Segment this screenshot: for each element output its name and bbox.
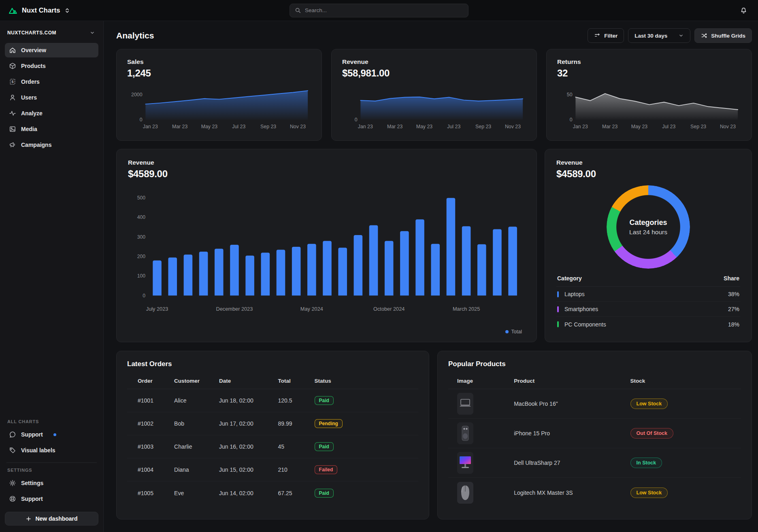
- sidebar-item-analyze[interactable]: Analyze: [5, 106, 98, 121]
- sidebar-item-visual-labels[interactable]: Visual labels: [5, 443, 98, 458]
- sidebar-item-overview[interactable]: Overview: [5, 43, 98, 57]
- category-row[interactable]: PC Components 18%: [556, 317, 740, 332]
- returns-area-chart[interactable]: 500Jan 23Mar 23May 23Jul 23Sep 23Nov 23: [557, 85, 741, 130]
- search-bar[interactable]: [290, 4, 468, 17]
- svg-text:0: 0: [355, 117, 358, 123]
- svg-text:400: 400: [137, 214, 146, 220]
- sidebar-bottom: ALL CHARTS Support Visual labels SETTING…: [5, 415, 98, 526]
- order-customer: Bob: [174, 420, 219, 427]
- svg-text:May 23: May 23: [201, 124, 218, 129]
- stat-value: $58,981.00: [342, 68, 526, 79]
- stock-badge: Low Stock: [630, 398, 668, 409]
- sidebar-item-label: Orders: [21, 78, 40, 85]
- product-row[interactable]: iPhone 15 Pro Out Of Stock: [448, 419, 741, 448]
- stat-value: 32: [557, 68, 741, 79]
- orders-table: Order Customer Date Total Status #1001 A…: [127, 373, 418, 504]
- product-image: [457, 482, 473, 504]
- revenue-area-chart[interactable]: 0Jan 23Mar 23May 23Jul 23Sep 23Nov 23: [342, 85, 526, 130]
- product-row[interactable]: Dell UltraSharp 27 In Stock: [448, 448, 741, 478]
- search-icon: [295, 7, 301, 14]
- status-badge: Failed: [315, 465, 338, 474]
- svg-text:Jan 23: Jan 23: [573, 124, 588, 129]
- legend-label: Total: [511, 329, 522, 335]
- card-title: Popular Products: [448, 360, 741, 368]
- sidebar-item-support-help[interactable]: Support: [5, 492, 98, 506]
- chevron-down-icon: [678, 33, 684, 38]
- sidebar-item-campaigns[interactable]: Campaigns: [5, 138, 98, 152]
- order-customer: Diana: [174, 466, 219, 473]
- order-row[interactable]: #1005 Eve Jun 14, 02:00 67.25 Paid: [127, 481, 418, 504]
- svg-text:100: 100: [137, 273, 146, 279]
- sidebar-divider: [6, 462, 97, 463]
- shuffle-grids-button[interactable]: Shuffle Grids: [694, 28, 752, 43]
- new-dashboard-button[interactable]: New dashboard: [5, 512, 98, 526]
- product-name: Logitech MX Master 3S: [514, 490, 630, 496]
- category-share: 27%: [728, 306, 739, 312]
- sidebar-item-media[interactable]: Media: [5, 122, 98, 136]
- sales-area-chart[interactable]: 20000Jan 23Mar 23May 23Jul 23Sep 23Nov 2…: [127, 85, 311, 130]
- sidebar-item-settings[interactable]: Settings: [5, 476, 98, 490]
- section-all-charts: ALL CHARTS: [5, 419, 98, 424]
- svg-text:May 2024: May 2024: [300, 306, 323, 312]
- stock-badge: Low Stock: [630, 487, 668, 498]
- svg-text:July 2023: July 2023: [146, 306, 168, 312]
- svg-text:Nov 23: Nov 23: [720, 124, 736, 129]
- status-badge: Paid: [315, 489, 334, 498]
- sidebar-item-orders[interactable]: $ Orders: [5, 74, 98, 89]
- category-row[interactable]: Smartphones 27%: [556, 302, 740, 317]
- stat-title: Sales: [127, 58, 311, 66]
- team-selector[interactable]: NUXTCHARTS.COM: [5, 27, 98, 39]
- orders-table-header: Order Customer Date Total Status: [127, 373, 418, 389]
- stock-badge: In Stock: [630, 458, 662, 468]
- product-row[interactable]: Logitech MX Master 3S Low Stock: [448, 478, 741, 507]
- sidebar-item-users[interactable]: Users: [5, 90, 98, 105]
- app-title: Nuxt Charts: [22, 6, 60, 14]
- order-id: #1003: [138, 443, 174, 450]
- order-row[interactable]: #1001 Alice Jun 18, 02:00 120.5 Paid: [127, 389, 418, 412]
- sidebar-item-label: Overview: [21, 47, 46, 53]
- order-total: 45: [278, 443, 314, 450]
- date-range-select[interactable]: Last 30 days: [628, 28, 690, 43]
- svg-text:0: 0: [143, 293, 145, 299]
- order-row[interactable]: #1003 Charlie Jun 16, 02:00 45 Paid: [127, 435, 418, 458]
- category-row[interactable]: Laptops 38%: [556, 287, 740, 302]
- svg-text:Jul 23: Jul 23: [232, 124, 245, 129]
- category-label: Smartphones: [564, 306, 598, 312]
- stat-title: Revenue: [342, 58, 526, 66]
- status-badge: Pending: [315, 419, 343, 428]
- column-header: Total: [278, 378, 314, 384]
- app-switcher[interactable]: Nuxt Charts: [8, 6, 70, 15]
- order-date: Jun 17, 02:00: [219, 420, 278, 427]
- order-row[interactable]: #1004 Diana Jun 15, 02:00 210 Failed: [127, 458, 418, 481]
- popular-products-card: Popular Products Image Product Stock Mac…: [437, 351, 752, 519]
- revenue-stat-card: Revenue $58,981.00 0Jan 23Mar 23May 23Ju…: [331, 49, 537, 141]
- svg-text:50: 50: [567, 92, 573, 97]
- svg-text:Mar 23: Mar 23: [172, 124, 188, 129]
- sidebar-item-products[interactable]: Products: [5, 59, 98, 73]
- date-range-value: Last 30 days: [635, 33, 667, 39]
- page-title: Analytics: [116, 31, 154, 40]
- search-input[interactable]: [305, 7, 463, 13]
- svg-text:Mar 23: Mar 23: [387, 124, 403, 129]
- column-header: Image: [457, 378, 514, 384]
- svg-text:May 23: May 23: [631, 124, 648, 129]
- activity-icon: [9, 110, 16, 117]
- order-customer: Charlie: [174, 443, 219, 450]
- notifications-button[interactable]: [737, 4, 750, 17]
- order-row[interactable]: #1002 Bob Jun 17, 02:00 89.99 Pending: [127, 412, 418, 435]
- filter-button[interactable]: Filter: [588, 28, 624, 43]
- svg-text:$: $: [11, 80, 13, 84]
- sidebar-nav: Overview Products $ Orders Users: [5, 43, 98, 153]
- revenue-bar-chart[interactable]: 0100200300400500July 2023December 2023Ma…: [128, 183, 525, 318]
- product-row[interactable]: MacBook Pro 16" Low Stock: [448, 389, 741, 419]
- sidebar-item-support-chat[interactable]: Support: [5, 427, 98, 442]
- category-color-bar: [557, 321, 559, 327]
- tag-icon: [9, 447, 16, 454]
- order-id: #1004: [138, 466, 174, 473]
- svg-text:Jul 23: Jul 23: [447, 124, 460, 129]
- order-customer: Eve: [174, 490, 219, 496]
- card-value: $4589.00: [556, 168, 740, 180]
- package-icon: [9, 62, 16, 70]
- donut-title: Categories: [629, 218, 667, 227]
- order-id: #1002: [138, 420, 174, 427]
